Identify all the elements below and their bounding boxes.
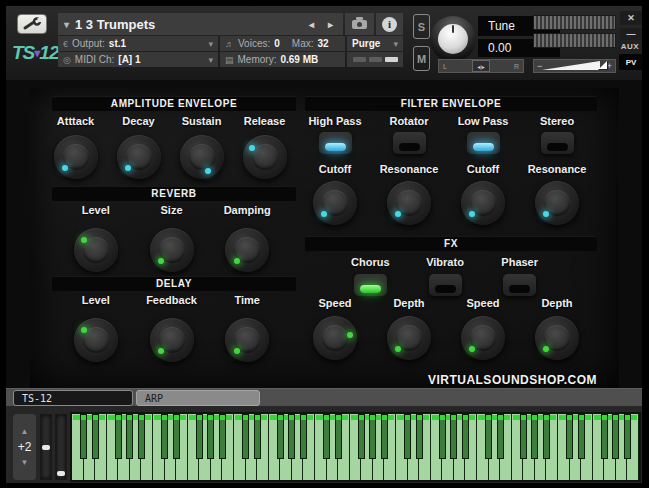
purge-menu[interactable]: Purge ▾: [347, 36, 403, 51]
black-key[interactable]: [242, 414, 249, 459]
switch-light: [547, 143, 568, 151]
switch-light: [473, 143, 494, 151]
black-key[interactable]: [462, 414, 469, 459]
fx-switch-vibrato[interactable]: [429, 274, 462, 296]
black-key[interactable]: [92, 414, 99, 459]
reverb-knob-size[interactable]: [150, 228, 194, 272]
black-key[interactable]: [196, 414, 203, 459]
black-key[interactable]: [531, 414, 538, 459]
pitch-wheel-handle[interactable]: [42, 445, 50, 450]
amp-knob-release[interactable]: [243, 135, 287, 179]
filter-switch-rotator[interactable]: [393, 132, 426, 154]
black-key[interactable]: [207, 414, 214, 459]
black-key[interactable]: [173, 414, 180, 459]
knob-indicator-dot: [234, 348, 240, 354]
reverb-knob-damping[interactable]: [225, 228, 269, 272]
snapshot-camera-button[interactable]: [345, 13, 374, 35]
black-key[interactable]: [288, 414, 295, 459]
max-value[interactable]: 32: [317, 38, 328, 49]
delay-knob-level[interactable]: [74, 318, 118, 362]
fx-switch-phaser[interactable]: [503, 274, 536, 296]
midi-channel-selector[interactable]: ◎ MIDI Ch: [A] 1 ▾: [58, 52, 218, 67]
black-key[interactable]: [624, 414, 631, 459]
volume-minus[interactable]: −: [537, 61, 542, 71]
output-selector[interactable]: € Output: st.1 ▾: [58, 36, 218, 51]
black-key[interactable]: [601, 414, 608, 459]
pan-handle[interactable]: ◂|▸: [472, 60, 490, 72]
midi-label: MIDI Ch:: [75, 54, 114, 65]
filter-knob-cutoff[interactable]: [313, 181, 357, 225]
black-key[interactable]: [543, 414, 550, 459]
octave-shift-control[interactable]: ▲ +2 ▼: [13, 414, 36, 480]
fx-knob-speed[interactable]: [313, 316, 357, 360]
black-key[interactable]: [138, 414, 145, 459]
reverb-knob-level[interactable]: [74, 228, 118, 272]
instrument-info-button[interactable]: i: [376, 13, 403, 35]
filter-knob-resonance[interactable]: [535, 181, 579, 225]
aux-label[interactable]: AUX: [617, 42, 643, 51]
preset-selector[interactable]: ▾ 1 3 Trumpets ◂ ▸: [58, 13, 343, 35]
filter-switch-stereo[interactable]: [541, 132, 574, 154]
black-key[interactable]: [520, 414, 527, 459]
tune-knob[interactable]: [430, 16, 476, 62]
black-key[interactable]: [381, 414, 388, 459]
black-key[interactable]: [323, 414, 330, 459]
knob-indicator-dot: [125, 165, 131, 171]
mod-wheel[interactable]: [55, 414, 67, 480]
tab-ts12[interactable]: TS-12: [13, 390, 133, 406]
octave-up-icon[interactable]: ▲: [21, 427, 29, 436]
black-key[interactable]: [80, 414, 87, 459]
filter-switch-low-pass[interactable]: [467, 132, 500, 154]
black-key[interactable]: [497, 414, 504, 459]
amp-knob-sustain[interactable]: [180, 135, 224, 179]
solo-button[interactable]: S: [413, 14, 430, 39]
edit-instrument-button[interactable]: [17, 14, 47, 34]
octave-down-icon[interactable]: ▼: [21, 458, 29, 467]
delay-knob-time[interactable]: [225, 318, 269, 362]
black-key[interactable]: [450, 414, 457, 459]
key-range-strip: [625, 415, 630, 420]
pan-slider[interactable]: L ◂|▸ R: [438, 59, 524, 73]
fx-knob-depth[interactable]: [535, 316, 579, 360]
black-key[interactable]: [300, 414, 307, 459]
black-key[interactable]: [439, 414, 446, 459]
black-key[interactable]: [126, 414, 133, 459]
minimize-instrument-button[interactable]: —: [620, 28, 642, 40]
pitch-wheel[interactable]: [40, 414, 52, 480]
mod-wheel-handle[interactable]: [57, 471, 65, 476]
fx-knob-speed[interactable]: [461, 316, 505, 360]
black-key[interactable]: [219, 414, 226, 459]
black-key[interactable]: [612, 414, 619, 459]
black-key[interactable]: [335, 414, 342, 459]
piano-keyboard[interactable]: [70, 412, 641, 482]
black-key[interactable]: [277, 414, 284, 459]
black-key[interactable]: [369, 414, 376, 459]
black-key[interactable]: [416, 414, 423, 459]
amp-knob-decay[interactable]: [117, 135, 161, 179]
fx-switch-chorus[interactable]: [354, 274, 387, 296]
tab-arp[interactable]: ARP: [136, 390, 260, 406]
black-key[interactable]: [358, 414, 365, 459]
mute-button[interactable]: M: [413, 46, 430, 71]
led-segment: [369, 57, 382, 62]
black-key[interactable]: [485, 414, 492, 459]
filter-switch-high-pass[interactable]: [319, 132, 352, 154]
delay-knob-feedback[interactable]: [150, 318, 194, 362]
black-key[interactable]: [115, 414, 122, 459]
black-key[interactable]: [254, 414, 261, 459]
volume-slider[interactable]: − +: [533, 59, 616, 73]
black-key[interactable]: [578, 414, 585, 459]
remove-instrument-button[interactable]: ✕: [620, 11, 642, 25]
fx-knob-depth[interactable]: [387, 316, 431, 360]
knob-indicator-dot: [205, 168, 211, 174]
filter-knob-resonance[interactable]: [387, 181, 431, 225]
black-key[interactable]: [161, 414, 168, 459]
performance-view-button[interactable]: PV: [619, 54, 643, 70]
filter-knob-cutoff[interactable]: [461, 181, 505, 225]
black-key[interactable]: [404, 414, 411, 459]
amp-knob-atttack[interactable]: [54, 135, 98, 179]
prev-preset-button[interactable]: ◂: [305, 19, 318, 30]
switch-light: [435, 285, 456, 293]
black-key[interactable]: [566, 414, 573, 459]
next-preset-button[interactable]: ▸: [324, 19, 337, 30]
